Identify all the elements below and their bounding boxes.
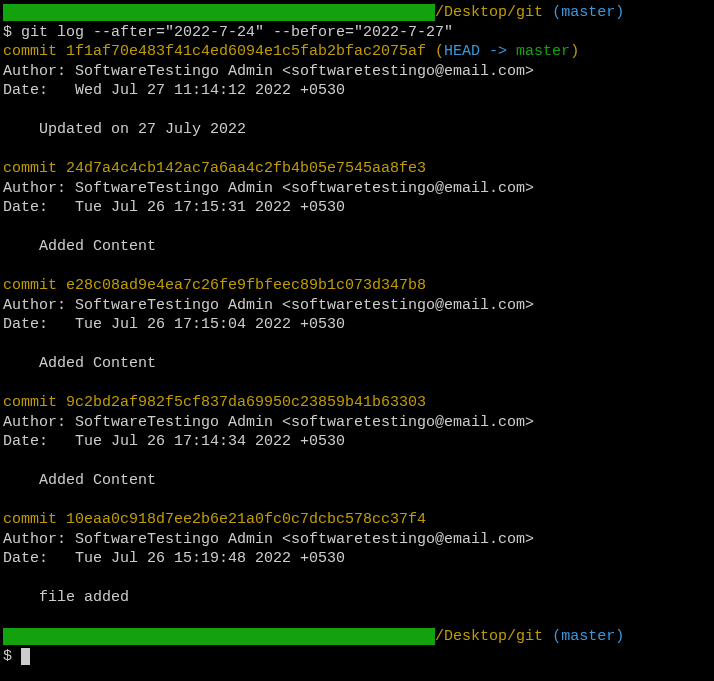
commit-hash: e28c08ad9e4ea7c26fe9fbfeec89b1c073d347b8 [66, 277, 426, 294]
date-value: Tue Jul 26 17:14:34 2022 +0530 [75, 433, 345, 450]
message-text: Added Content [39, 472, 156, 489]
commit-message: Updated on 27 July 2022 [3, 120, 711, 140]
date-value: Tue Jul 26 17:15:31 2022 +0530 [75, 199, 345, 216]
date-value: Wed Jul 27 11:14:12 2022 +0530 [75, 82, 345, 99]
commit-hash-line: commit 9c2bd2af982f5cf837da69950c23859b4… [3, 393, 711, 413]
author-line: Author: SoftwareTestingo Admin <software… [3, 62, 711, 82]
message-text: file added [39, 589, 129, 606]
author-value: SoftwareTestingo Admin <softwaretestingo… [75, 531, 534, 548]
message-text: Added Content [39, 355, 156, 372]
commit-hash-line: commit 1f1af70e483f41c4ed6094e1c5fab2bfa… [3, 42, 711, 62]
commit-message: Added Content [3, 237, 711, 257]
command-line-2[interactable]: $ [3, 647, 711, 667]
author-value: SoftwareTestingo Admin <softwaretestingo… [75, 414, 534, 431]
author-line: Author: SoftwareTestingo Admin <software… [3, 296, 711, 316]
commit-message: file added [3, 588, 711, 608]
commit-hash-line: commit 10eaa0c918d7ee2b6e21a0fc0c7dcbc57… [3, 510, 711, 530]
prompt-symbol: $ [3, 24, 12, 41]
branch-text: (master) [552, 628, 624, 645]
path-text: /Desktop/git [435, 628, 543, 645]
commit-hash-line: commit 24d7a4c4cb142ac7a6aa4c2fb4b05e754… [3, 159, 711, 179]
author-line: Author: SoftwareTestingo Admin <software… [3, 413, 711, 433]
path-text: /Desktop/git [435, 4, 543, 21]
commit-hash: 1f1af70e483f41c4ed6094e1c5fab2bfac2075af [66, 43, 426, 60]
date-line: Date: Tue Jul 26 17:14:34 2022 +0530 [3, 432, 711, 452]
author-value: SoftwareTestingo Admin <softwaretestingo… [75, 180, 534, 197]
commit-3: commit e28c08ad9e4ea7c26fe9fbfeec89b1c07… [3, 276, 711, 393]
message-text: Updated on 27 July 2022 [39, 121, 246, 138]
author-value: SoftwareTestingo Admin <softwaretestingo… [75, 297, 534, 314]
command-text: git log --after="2022-7-24" --before="20… [21, 24, 453, 41]
author-value: SoftwareTestingo Admin <softwaretestingo… [75, 63, 534, 80]
commit-hash: 9c2bd2af982f5cf837da69950c23859b41b63303 [66, 394, 426, 411]
commit-2: commit 24d7a4c4cb142ac7a6aa4c2fb4b05e754… [3, 159, 711, 276]
branch-text: (master) [552, 4, 624, 21]
commit-hash-line: commit e28c08ad9e4ea7c26fe9fbfeec89b1c07… [3, 276, 711, 296]
commit-hash: 10eaa0c918d7ee2b6e21a0fc0c7dcbc578cc37f4 [66, 511, 426, 528]
prompt-line-2: /Desktop/git (master) [3, 627, 711, 647]
date-value: Tue Jul 26 15:19:48 2022 +0530 [75, 550, 345, 567]
date-line: Date: Wed Jul 27 11:14:12 2022 +0530 [3, 81, 711, 101]
date-line: Date: Tue Jul 26 15:19:48 2022 +0530 [3, 549, 711, 569]
date-line: Date: Tue Jul 26 17:15:04 2022 +0530 [3, 315, 711, 335]
date-line: Date: Tue Jul 26 17:15:31 2022 +0530 [3, 198, 711, 218]
prompt-line-1: /Desktop/git (master) [3, 3, 711, 23]
prompt-symbol: $ [3, 648, 12, 665]
message-text: Added Content [39, 238, 156, 255]
author-line: Author: SoftwareTestingo Admin <software… [3, 179, 711, 199]
commit-message: Added Content [3, 471, 711, 491]
commit-4: commit 9c2bd2af982f5cf837da69950c23859b4… [3, 393, 711, 510]
terminal-output[interactable]: /Desktop/git (master) $ git log --after=… [3, 3, 711, 666]
command-line: $ git log --after="2022-7-24" --before="… [3, 23, 711, 43]
date-value: Tue Jul 26 17:15:04 2022 +0530 [75, 316, 345, 333]
commit-1: commit 1f1af70e483f41c4ed6094e1c5fab2bfa… [3, 42, 711, 159]
commit-message: Added Content [3, 354, 711, 374]
commit-hash: 24d7a4c4cb142ac7a6aa4c2fb4b05e7545aa8fe3 [66, 160, 426, 177]
author-line: Author: SoftwareTestingo Admin <software… [3, 530, 711, 550]
cursor-icon [21, 648, 30, 665]
commit-5: commit 10eaa0c918d7ee2b6e21a0fc0c7dcbc57… [3, 510, 711, 627]
